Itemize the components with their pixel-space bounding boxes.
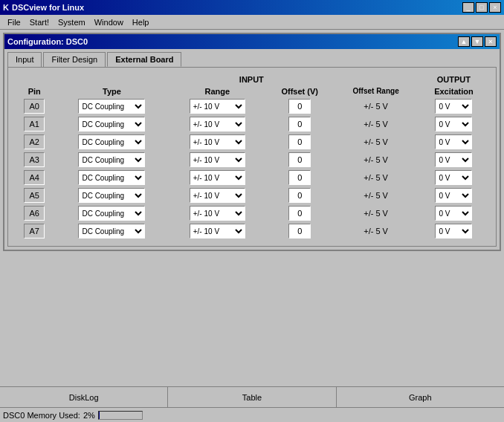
title-bar-left: K DSCview for Linux <box>3 3 84 12</box>
cell-excitation[interactable]: 0 V2 V5 V10 V <box>418 204 490 222</box>
range-select[interactable]: +/- 10 V+/- 5 V+/- 2.5 V <box>190 117 245 132</box>
cell-range[interactable]: +/- 10 V+/- 5 V+/- 2.5 V <box>169 186 265 204</box>
cell-range[interactable]: +/- 10 V+/- 5 V+/- 2.5 V <box>169 133 265 151</box>
tab-filter-design[interactable]: Filter Design <box>43 52 106 67</box>
tab-external-board[interactable]: External Board <box>107 52 181 67</box>
menu-start[interactable]: Start! <box>25 16 54 28</box>
excitation-select[interactable]: 0 V2 V5 V10 V <box>435 134 472 149</box>
range-select[interactable]: +/- 10 V+/- 5 V+/- 2.5 V <box>190 170 245 185</box>
type-select[interactable]: DC CouplingAC Coupling <box>78 134 145 149</box>
cell-type[interactable]: DC CouplingAC Coupling <box>54 186 169 204</box>
cell-excitation[interactable]: 0 V2 V5 V10 V <box>418 222 490 240</box>
cell-range[interactable]: +/- 10 V+/- 5 V+/- 2.5 V <box>169 169 265 186</box>
menu-help[interactable]: Help <box>128 16 154 28</box>
close-button[interactable]: × <box>489 2 501 13</box>
cell-excitation[interactable]: 0 V2 V5 V10 V <box>418 115 490 133</box>
cell-offset-range: +/- 5 V <box>334 204 418 222</box>
range-select[interactable]: +/- 10 V+/- 5 V+/- 2.5 V <box>190 206 245 221</box>
config-title: Configuration: DSC0 <box>7 37 88 46</box>
offset-input[interactable] <box>288 206 311 221</box>
offset-input[interactable] <box>288 152 311 167</box>
range-select[interactable]: +/- 10 V+/- 5 V+/- 2.5 V <box>190 99 245 114</box>
col-offset-v: Offset (V) <box>265 85 334 97</box>
tab-bar: Input Filter Design External Board <box>4 49 500 67</box>
excitation-select[interactable]: 0 V2 V5 V10 V <box>435 188 472 203</box>
cell-excitation[interactable]: 0 V2 V5 V10 V <box>418 97 490 115</box>
bottom-tab-disklog[interactable]: DiskLog <box>0 387 168 407</box>
cell-offset[interactable] <box>265 151 334 169</box>
col-pin: Pin <box>14 74 54 97</box>
minimize-button[interactable]: _ <box>462 2 474 13</box>
bottom-tab-table[interactable]: Table <box>168 387 336 407</box>
menu-file[interactable]: File <box>3 16 25 28</box>
cell-type[interactable]: DC CouplingAC Coupling <box>54 115 169 133</box>
pin-label: A5 <box>24 188 45 203</box>
cell-offset[interactable] <box>265 97 334 115</box>
cell-excitation[interactable]: 0 V2 V5 V10 V <box>418 169 490 186</box>
cell-offset[interactable] <box>265 115 334 133</box>
tab-input[interactable]: Input <box>7 52 42 67</box>
cell-offset[interactable] <box>265 186 334 204</box>
type-select[interactable]: DC CouplingAC Coupling <box>78 170 145 185</box>
table-row: A6DC CouplingAC Coupling+/- 10 V+/- 5 V+… <box>14 204 490 222</box>
offset-input[interactable] <box>288 99 311 114</box>
cell-excitation[interactable]: 0 V2 V5 V10 V <box>418 151 490 169</box>
cell-range[interactable]: +/- 10 V+/- 5 V+/- 2.5 V <box>169 97 265 115</box>
cell-type[interactable]: DC CouplingAC Coupling <box>54 222 169 240</box>
config-minimize-button[interactable]: ▲ <box>458 36 470 47</box>
cell-pin: A1 <box>14 115 54 133</box>
config-restore-button[interactable]: ▼ <box>471 36 483 47</box>
cell-offset[interactable] <box>265 169 334 186</box>
pin-label: A4 <box>24 170 45 185</box>
offset-input[interactable] <box>288 170 311 185</box>
cell-offset[interactable] <box>265 133 334 151</box>
excitation-select[interactable]: 0 V2 V5 V10 V <box>435 117 472 132</box>
type-select[interactable]: DC CouplingAC Coupling <box>78 152 145 167</box>
menu-window[interactable]: Window <box>90 16 128 28</box>
maximize-button[interactable]: □ <box>476 2 488 13</box>
excitation-select[interactable]: 0 V2 V5 V10 V <box>435 170 472 185</box>
type-select[interactable]: DC CouplingAC Coupling <box>78 188 145 203</box>
excitation-select[interactable]: 0 V2 V5 V10 V <box>435 224 472 238</box>
excitation-select[interactable]: 0 V2 V5 V10 V <box>435 206 472 221</box>
menu-system[interactable]: System <box>54 16 90 28</box>
cell-type[interactable]: DC CouplingAC Coupling <box>54 133 169 151</box>
bottom-tabs: DiskLog Table Graph <box>0 386 504 407</box>
offset-input[interactable] <box>288 134 311 149</box>
cell-type[interactable]: DC CouplingAC Coupling <box>54 169 169 186</box>
cell-pin: A2 <box>14 133 54 151</box>
cell-pin: A7 <box>14 222 54 240</box>
offset-input[interactable] <box>288 117 311 132</box>
table-row: A4DC CouplingAC Coupling+/- 10 V+/- 5 V+… <box>14 169 490 186</box>
cell-excitation[interactable]: 0 V2 V5 V10 V <box>418 186 490 204</box>
type-select[interactable]: DC CouplingAC Coupling <box>78 224 145 238</box>
cell-type[interactable]: DC CouplingAC Coupling <box>54 204 169 222</box>
range-select[interactable]: +/- 10 V+/- 5 V+/- 2.5 V <box>190 224 245 238</box>
cell-range[interactable]: +/- 10 V+/- 5 V+/- 2.5 V <box>169 151 265 169</box>
cell-excitation[interactable]: 0 V2 V5 V10 V <box>418 133 490 151</box>
cell-type[interactable]: DC CouplingAC Coupling <box>54 97 169 115</box>
type-select[interactable]: DC CouplingAC Coupling <box>78 99 145 114</box>
range-select[interactable]: +/- 10 V+/- 5 V+/- 2.5 V <box>190 152 245 167</box>
progress-fill <box>99 412 100 419</box>
range-select[interactable]: +/- 10 V+/- 5 V+/- 2.5 V <box>190 188 245 203</box>
cell-type[interactable]: DC CouplingAC Coupling <box>54 151 169 169</box>
range-select[interactable]: +/- 10 V+/- 5 V+/- 2.5 V <box>190 134 245 149</box>
cell-range[interactable]: +/- 10 V+/- 5 V+/- 2.5 V <box>169 115 265 133</box>
pin-label: A6 <box>24 206 45 221</box>
excitation-select[interactable]: 0 V2 V5 V10 V <box>435 99 472 114</box>
type-select[interactable]: DC CouplingAC Coupling <box>78 206 145 221</box>
status-label: DSC0 Memory Used: <box>3 411 80 420</box>
excitation-select[interactable]: 0 V2 V5 V10 V <box>435 152 472 167</box>
cell-range[interactable]: +/- 10 V+/- 5 V+/- 2.5 V <box>169 204 265 222</box>
offset-input[interactable] <box>288 188 311 203</box>
cell-offset[interactable] <box>265 204 334 222</box>
bottom-tab-graph[interactable]: Graph <box>337 387 504 407</box>
config-close-button[interactable]: × <box>485 36 497 47</box>
type-select[interactable]: DC CouplingAC Coupling <box>78 117 145 132</box>
cell-range[interactable]: +/- 10 V+/- 5 V+/- 2.5 V <box>169 222 265 240</box>
pin-label: A7 <box>24 224 45 238</box>
cell-offset[interactable] <box>265 222 334 240</box>
offset-input[interactable] <box>288 224 311 238</box>
table-row: A0DC CouplingAC Coupling+/- 10 V+/- 5 V+… <box>14 97 490 115</box>
